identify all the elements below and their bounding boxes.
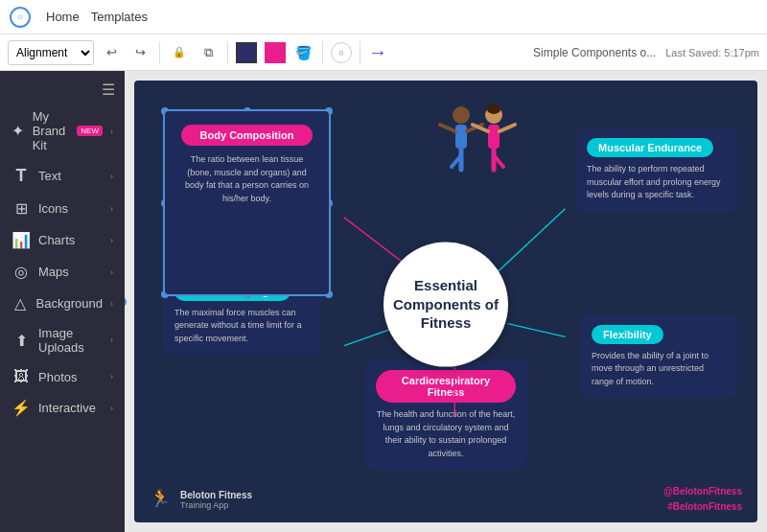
brand-kit-icon: ✦ — [12, 122, 25, 140]
photos-icon: 🖼 — [12, 368, 31, 385]
chevron-icon: › — [110, 172, 113, 181]
redo-button[interactable]: ↪ — [128, 41, 151, 64]
svg-rect-6 — [455, 125, 467, 149]
toolbar-right: Simple Components o... Last Saved: 5:17p… — [533, 46, 759, 59]
sidebar-label-photos: Photos — [38, 370, 103, 384]
center-node: Essential Components of Fitness — [384, 242, 508, 366]
body-composition-desc: The ratio between lean tissue (bone, mus… — [165, 146, 329, 213]
body-composition-selected[interactable]: Body Composition The ratio between lean … — [163, 109, 331, 296]
chevron-icon: › — [110, 299, 113, 309]
image-uploads-icon: ⬆ — [12, 332, 31, 350]
muscular-strength-desc: The maximal force muscles can generate w… — [174, 307, 310, 346]
shape-selector-button[interactable]: ○ — [331, 42, 352, 63]
sidebar: ☰ ✦ My Brand Kit NEW › T Text › ⊞ Icons … — [0, 71, 125, 532]
maps-icon: ◎ — [12, 263, 31, 281]
sidebar-label-interactive: Interactive — [38, 401, 103, 415]
svg-line-7 — [440, 125, 455, 131]
brand-subtitle: Training App — [180, 500, 252, 510]
separator-1 — [159, 41, 160, 64]
brand-name: Beloton Fitness — [180, 490, 252, 500]
separator-2 — [227, 41, 228, 64]
social-hashtag: #BelotonFitness — [663, 499, 742, 515]
muscular-endurance-card[interactable]: Muscular Endurance The ability to perfor… — [575, 128, 738, 212]
sidebar-label-maps: Maps — [38, 265, 103, 279]
left-edge-indicator — [125, 297, 127, 307]
charts-icon: 📊 — [12, 231, 31, 249]
new-badge: NEW — [77, 126, 103, 136]
sidebar-label-background: Background — [36, 296, 103, 311]
svg-point-5 — [453, 106, 470, 124]
lock-button[interactable]: 🔒 — [168, 41, 191, 64]
sidebar-item-charts[interactable]: 📊 Charts › — [0, 224, 125, 256]
top-bar: ○ Home Templates — [0, 0, 767, 35]
body-composition-card: Body Composition The ratio between lean … — [165, 111, 329, 294]
cardio-title: Cardiorespiratory Fitness — [376, 370, 516, 403]
text-icon: T — [12, 166, 31, 186]
sidebar-label-icons: Icons — [38, 201, 103, 216]
toolbar: Alignment ↩ ↪ 🔒 ⧉ 🪣 ○ → Simple Component… — [0, 35, 767, 71]
footer-social: @BelotonFitness #BelotonFitness — [663, 484, 742, 515]
svg-rect-12 — [488, 125, 500, 149]
arrow-indicator: → — [368, 41, 387, 63]
sidebar-label-text: Text — [38, 169, 103, 183]
paint-bucket-button[interactable]: 🪣 — [291, 41, 314, 64]
separator-4 — [360, 41, 360, 64]
sidebar-item-interactive[interactable]: ⚡ Interactive › — [0, 392, 125, 424]
menu-icon[interactable]: ☰ — [102, 81, 115, 99]
sidebar-label-image-uploads: Image Uploads — [38, 326, 103, 355]
cardio-desc: The health and function of the heart, lu… — [376, 408, 516, 460]
muscular-endurance-desc: The ability to perform repeated muscular… — [587, 163, 727, 202]
chevron-icon: › — [110, 404, 113, 413]
design-canvas[interactable]: Body Composition The ratio between lean … — [134, 81, 757, 522]
body-composition-title: Body Composition — [181, 125, 314, 146]
alignment-select[interactable]: Alignment — [8, 40, 94, 65]
footer-brand: 🏃 Beloton Fitness Training App — [150, 488, 252, 511]
chevron-icon: › — [110, 236, 113, 245]
undo-button[interactable]: ↩ — [100, 41, 123, 64]
chevron-icon: › — [110, 335, 113, 345]
fill-color-swatch[interactable] — [236, 42, 257, 63]
sidebar-item-text[interactable]: T Text › — [0, 159, 125, 193]
social-handle: @BelotonFitness — [663, 484, 742, 499]
top-nav: Home Templates — [46, 10, 148, 24]
chevron-icon: › — [110, 127, 113, 136]
svg-line-1 — [495, 209, 566, 275]
brand-icon: 🏃 — [150, 488, 173, 511]
flexibility-title: Flexibility — [592, 325, 663, 344]
nav-templates[interactable]: Templates — [91, 10, 148, 24]
nav-home[interactable]: Home — [46, 10, 80, 24]
sidebar-item-photos[interactable]: 🖼 Photos › — [0, 361, 125, 392]
svg-line-14 — [500, 125, 515, 131]
svg-point-17 — [487, 104, 500, 114]
sidebar-item-maps[interactable]: ◎ Maps › — [0, 256, 125, 288]
yoga-figures — [425, 98, 530, 194]
sidebar-item-background[interactable]: △ Background › — [0, 288, 125, 319]
sidebar-label-brand-kit: My Brand Kit — [33, 109, 66, 152]
app-logo: ○ — [10, 7, 31, 28]
sidebar-label-charts: Charts — [38, 233, 103, 247]
background-icon: △ — [12, 294, 29, 312]
doc-title-label: Simple Components o... — [533, 46, 656, 59]
chevron-icon: › — [110, 372, 113, 382]
flexibility-desc: Provides the ability of a joint to move … — [592, 350, 727, 389]
svg-line-3 — [508, 324, 566, 337]
sidebar-item-image-uploads[interactable]: ⬆ Image Uploads › — [0, 319, 125, 361]
chevron-icon: › — [110, 267, 113, 277]
last-saved-label: Last Saved: 5:17pm — [665, 47, 759, 58]
sidebar-item-icons[interactable]: ⊞ Icons › — [0, 193, 125, 224]
sidebar-header: ☰ — [0, 77, 125, 103]
sidebar-item-brand-kit[interactable]: ✦ My Brand Kit NEW › — [0, 103, 125, 159]
canvas-area[interactable]: Body Composition The ratio between lean … — [125, 71, 767, 532]
center-title: Essential Components of Fitness — [384, 276, 508, 333]
stroke-color-swatch[interactable] — [265, 42, 286, 63]
copy-button[interactable]: ⧉ — [197, 41, 220, 64]
cardio-card[interactable]: Cardiorespiratory Fitness The health and… — [364, 360, 527, 470]
chevron-icon: › — [110, 204, 113, 214]
icons-icon: ⊞ — [12, 199, 31, 218]
canvas-footer: 🏃 Beloton Fitness Training App @BelotonF… — [134, 484, 757, 515]
separator-3 — [322, 41, 323, 64]
muscular-endurance-title: Muscular Endurance — [587, 138, 713, 157]
main-area: ☰ ✦ My Brand Kit NEW › T Text › ⊞ Icons … — [0, 71, 767, 532]
flexibility-card[interactable]: Flexibility Provides the ability of a jo… — [580, 315, 738, 399]
interactive-icon: ⚡ — [12, 399, 31, 417]
